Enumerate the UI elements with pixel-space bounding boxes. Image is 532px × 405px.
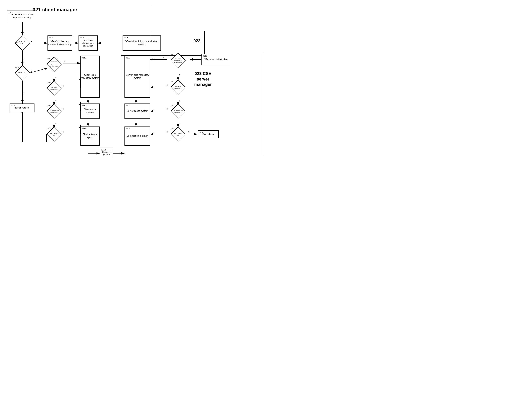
diamond-0210: Op = golden OS? 0210 <box>46 127 62 143</box>
svg-text:system data: system data <box>50 65 59 67</box>
diamond-0202: OP= VDI / VMI? 0202 <box>15 35 30 52</box>
svg-text:0218: 0218 <box>171 105 174 107</box>
svg-text:0209: 0209 <box>47 105 51 107</box>
svg-text:application?: application? <box>174 111 182 113</box>
node-0223: 0223 Bi- direction al synch <box>125 127 150 146</box>
node-0215-id: 0215 <box>203 54 207 57</box>
node-0214-streaming: 0214 Streaming protocol <box>100 148 113 159</box>
svg-text:Op = golden: Op = golden <box>50 132 59 134</box>
svg-text:OS?: OS? <box>177 134 180 136</box>
svg-text:op=user: op=user <box>175 85 181 87</box>
svg-text:op=corporate: op=corporate <box>50 109 59 111</box>
region-csv-server-title: 023 CSV server manager <box>188 71 218 88</box>
svg-text:0210: 0210 <box>47 128 51 129</box>
diamond-0206: OP=CSV? 0206 <box>15 65 30 81</box>
node-0221-text: Server- side repository system <box>125 74 150 80</box>
node-0221: 0221 Server- side repository system <box>125 56 150 98</box>
svg-text:OS?: OS? <box>53 134 56 136</box>
node-0203-id: 0203 <box>49 36 53 39</box>
svg-text:0207: 0207 <box>47 58 51 60</box>
node-0221-id: 0221 <box>126 56 130 59</box>
node-0205-id: 0205 <box>124 36 128 39</box>
svg-text:OP=CSV?: OP=CSV? <box>18 71 26 73</box>
node-0222: 0222 Server cache system <box>125 103 150 119</box>
node-0211-text: Client- side repository system <box>81 74 99 80</box>
svg-text:VMI?: VMI? <box>20 43 24 44</box>
node-0214-error-text: Error return <box>15 106 29 109</box>
node-0213-id: 0213 <box>82 127 86 130</box>
node-0220-text: Err return <box>203 133 214 136</box>
node-0214-error: 0214 Error return <box>10 103 34 112</box>
region-022-title: 022 <box>193 38 201 43</box>
node-0203: 0203 VDI/VMI client init, communication … <box>47 35 72 51</box>
diamond-0207: op = user app data or system data 0207 <box>46 57 62 73</box>
node-0222-id: 0222 <box>126 104 130 107</box>
svg-text:0208: 0208 <box>47 82 51 84</box>
diamond-0219: Op = golden OS? 0219 <box>171 127 186 143</box>
node-0212: 0212 Client cache system <box>80 103 99 119</box>
diamond-0209: op=corporate application? 0209 <box>46 103 62 120</box>
svg-text:0202: 0202 <box>15 41 19 43</box>
node-0213: 0213 Bi- direction al synch <box>80 127 99 146</box>
node-0204-id: 0204 <box>80 36 84 39</box>
svg-text:op = user: op = user <box>175 57 181 59</box>
node-0211: 0211 Client- side repository system <box>80 56 99 98</box>
svg-text:application?: application? <box>50 111 59 113</box>
node-0201: 0201 PC BIOS initialization; Hypervisor … <box>7 11 37 22</box>
node-0220-id: 0220 <box>199 131 203 134</box>
node-0222-text: Server cache system <box>127 110 148 113</box>
node-0201-text: PC BIOS initialization; Hypervisor start… <box>7 13 37 19</box>
node-0214-stream-text: Streaming protocol <box>100 151 113 156</box>
node-0201-id: 0201 <box>8 11 13 14</box>
node-0205-text: VDI/VMI svr init, communication startup <box>123 40 160 46</box>
node-0223-text: Bi- direction al synch <box>127 135 148 138</box>
region-client-manager-title: 021 client manager <box>33 7 77 13</box>
svg-text:op=corporate: op=corporate <box>173 109 183 111</box>
node-0212-id: 0212 <box>82 104 86 107</box>
svg-text:app data or: app data or <box>50 63 58 65</box>
svg-text:op = user: op = user <box>51 61 58 63</box>
diamond-0218: op=corporate application? 0218 <box>171 103 186 120</box>
node-0205: 0205 VDI/VMI svr init, communication sta… <box>123 35 161 51</box>
svg-text:system data: system data <box>174 61 182 63</box>
node-0223-id: 0223 <box>126 127 130 130</box>
diamond-0216: op = user app data or system data 0216 <box>171 53 186 69</box>
diagram: y n y n y n y n y n <box>0 0 266 202</box>
svg-text:application?: application? <box>50 88 59 90</box>
node-0215: 0215 CSV server initialization <box>202 54 230 65</box>
svg-text:app data or: app data or <box>174 59 182 61</box>
node-0211-id: 0211 <box>82 56 86 59</box>
node-0220: 0220 Err return <box>198 130 219 138</box>
svg-text:0217: 0217 <box>171 81 174 83</box>
svg-text:Op = golden: Op = golden <box>174 132 182 134</box>
svg-text:application?: application? <box>174 88 182 89</box>
node-0204: 0204 VDI / VMI client/server interaction <box>79 35 98 51</box>
node-0203-text: VDI/VMI client init, communication start… <box>48 40 72 46</box>
svg-text:op=user: op=user <box>51 86 57 88</box>
svg-text:OP= VDI /: OP= VDI / <box>19 40 26 42</box>
diamond-0208: op=user application? 0208 <box>46 81 62 97</box>
svg-text:0216: 0216 <box>171 54 174 56</box>
svg-text:0219: 0219 <box>171 128 174 129</box>
svg-text:0206: 0206 <box>15 67 19 68</box>
node-0213-text: Bi- direction al synch <box>81 133 99 139</box>
diamond-0217: op=user application? 0217 <box>171 80 186 96</box>
node-0204-text: VDI / VMI client/server interaction <box>79 39 97 47</box>
node-0214-stream-id: 0214 <box>101 148 106 151</box>
node-0214-error-id: 0214 <box>11 104 15 107</box>
node-0215-text: CSV server initialization <box>204 58 228 61</box>
node-0212-text: Client cache system <box>81 108 99 114</box>
